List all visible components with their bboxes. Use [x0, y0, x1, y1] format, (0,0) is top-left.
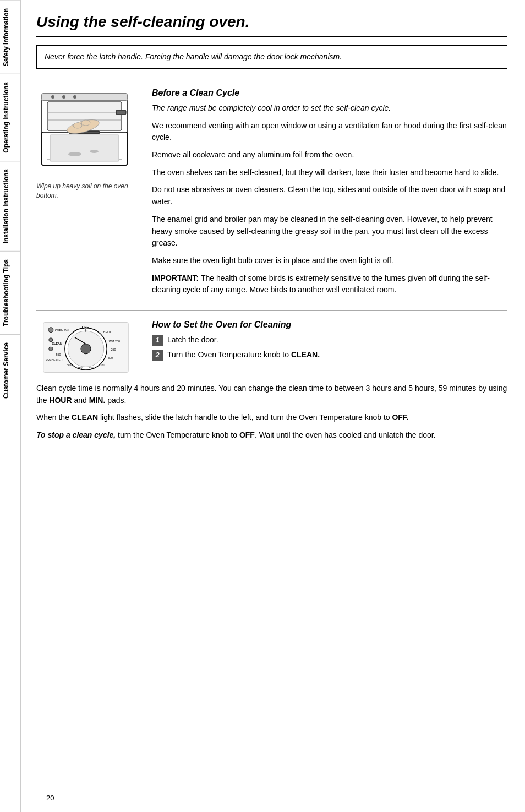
- sidebar-item-installation: Installation Instructions: [0, 161, 20, 251]
- section1-para-4-text: The oven shelves can be self-cleaned, bu…: [152, 168, 499, 177]
- svg-point-8: [73, 123, 82, 128]
- section1-para-2-text: We recommend venting with an open window…: [152, 121, 507, 142]
- min-label: MIN.: [89, 396, 106, 405]
- section1-para-5: Do not use abrasives or oven cleaners. C…: [152, 184, 507, 208]
- svg-text:BROIL: BROIL: [103, 330, 112, 334]
- svg-point-39: [49, 347, 53, 351]
- sidebar: Safety Information Operating Instruction…: [0, 0, 21, 812]
- divider-mid: [36, 310, 507, 311]
- oven-illustration: [36, 88, 135, 176]
- section2-layout: OFF BROIL WM 200 250 300 350 400 450 500: [36, 320, 507, 377]
- knob-illustration: OFF BROIL WM 200 250 300 350 400 450 500: [36, 320, 135, 375]
- divider-top: [36, 79, 507, 79]
- step-1-row: 1 Latch the door.: [152, 334, 507, 346]
- section2-text-col: How to Set the Oven for Cleaning 1 Latch…: [152, 320, 507, 377]
- warning-text: Never force the latch handle. Forcing th…: [45, 52, 342, 61]
- important-label: IMPORTANT:: [152, 274, 199, 282]
- svg-rect-11: [42, 94, 127, 100]
- section1-para-6: The enamel grid and broiler pan may be c…: [152, 214, 507, 249]
- section1-para-5-text: Do not use abrasives or oven cleaners. C…: [152, 185, 505, 206]
- step-2-row: 2 Turn the Oven Temperature knob to CLEA…: [152, 349, 507, 361]
- sidebar-item-customer: Customer Service: [0, 334, 20, 406]
- svg-text:500: 500: [67, 363, 72, 367]
- section2-para-1: Clean cycle time is normally 4 hours and…: [36, 383, 507, 406]
- section1-para-3-text: Remove all cookware and any aluminum foi…: [152, 150, 354, 159]
- section1-para-important-text: The health of some birds is extremely se…: [152, 274, 490, 295]
- sidebar-item-troubleshooting: Troubleshooting Tips: [0, 251, 20, 334]
- section2-image-col: OFF BROIL WM 200 250 300 350 400 450 500: [36, 320, 141, 377]
- page-number: 20: [46, 794, 54, 802]
- clean-label: CLEAN.: [291, 350, 320, 359]
- section1-para-7-text: Make sure the oven light bulb cover is i…: [152, 256, 393, 265]
- svg-text:OFF: OFF: [82, 325, 89, 329]
- off-label-2: OFF: [239, 430, 255, 439]
- svg-text:PREHEATED: PREHEATED: [46, 358, 63, 361]
- svg-point-21: [81, 344, 91, 354]
- step-2-text: Turn the Oven Temperature knob to CLEAN.: [167, 349, 320, 361]
- svg-rect-6: [116, 110, 126, 115]
- off-label-1: OFF.: [392, 413, 408, 422]
- svg-point-14: [73, 95, 76, 99]
- main-content: Using the self-cleaning oven. Never forc…: [21, 0, 525, 812]
- svg-point-9: [81, 120, 90, 126]
- svg-point-13: [62, 95, 65, 99]
- svg-text:WM 200: WM 200: [109, 340, 120, 343]
- section1-para-3: Remove all cookware and any aluminum foi…: [152, 149, 507, 161]
- svg-text:550: 550: [56, 353, 61, 356]
- section2-heading: How to Set the Oven for Cleaning: [152, 320, 507, 330]
- section1-para-6-text: The enamel grid and broiler pan may be c…: [152, 215, 493, 247]
- svg-point-16: [68, 152, 81, 156]
- stop-cycle-label: To stop a clean cycle,: [36, 430, 116, 439]
- sidebar-item-safety: Safety Information: [0, 0, 20, 74]
- hour-label: HOUR: [49, 396, 72, 405]
- sidebar-item-operating: Operating Instructions: [0, 74, 20, 161]
- step-1-number: 1: [152, 335, 163, 346]
- svg-text:OVEN ON: OVEN ON: [55, 329, 69, 332]
- section1-para-7: Make sure the oven light bulb cover is i…: [152, 255, 507, 267]
- image-caption: Wipe up heavy soil on the oven bottom.: [36, 182, 141, 200]
- svg-point-38: [49, 338, 53, 342]
- svg-point-36: [48, 328, 53, 333]
- step-1-text: Latch the door.: [167, 334, 218, 346]
- svg-point-17: [90, 150, 99, 153]
- section2-para-3: To stop a clean cycle, turn the Oven Tem…: [36, 429, 507, 442]
- svg-text:400: 400: [89, 366, 94, 369]
- svg-text:300: 300: [108, 356, 113, 359]
- warning-box: Never force the latch handle. Forcing th…: [36, 45, 507, 69]
- step-2-number: 2: [152, 350, 163, 361]
- section2-body: Clean cycle time is normally 4 hours and…: [36, 383, 507, 442]
- section1-text-col: Before a Clean Cycle The range must be c…: [152, 88, 507, 302]
- section2-para-2: When the CLEAN light flashes, slide the …: [36, 412, 507, 424]
- svg-text:250: 250: [111, 348, 116, 351]
- section1-para-1-text: The range must be completely cool in ord…: [152, 103, 391, 112]
- clean-flash-label: CLEAN: [72, 413, 98, 422]
- svg-text:450: 450: [78, 366, 83, 369]
- section1-para-4: The oven shelves can be self-cleaned, bu…: [152, 167, 507, 179]
- svg-rect-15: [50, 135, 119, 161]
- svg-text:350: 350: [100, 363, 105, 367]
- section1-layout: Wipe up heavy soil on the oven bottom. B…: [36, 88, 507, 302]
- page-title: Using the self-cleaning oven.: [36, 13, 507, 37]
- section1-para-important: IMPORTANT: The health of some birds is e…: [152, 273, 507, 296]
- section1-para-2: We recommend venting with an open window…: [152, 120, 507, 144]
- section1-para-1: The range must be completely cool in ord…: [152, 102, 507, 115]
- svg-point-12: [51, 95, 54, 99]
- section1-image-col: Wipe up heavy soil on the oven bottom.: [36, 88, 141, 302]
- section1-heading: Before a Clean Cycle: [152, 88, 507, 98]
- svg-text:CLEAN: CLEAN: [52, 342, 62, 345]
